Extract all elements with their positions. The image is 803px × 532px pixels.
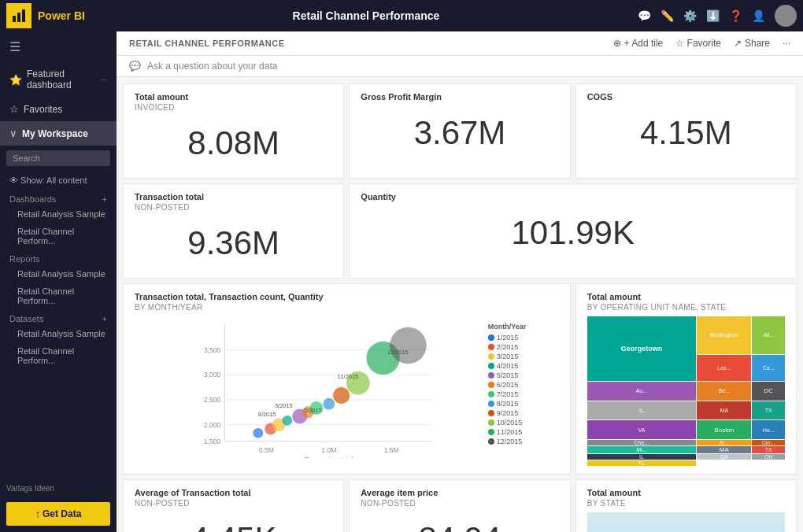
hamburger-menu[interactable]: ☰: [0, 31, 117, 62]
sidebar: ☰ ⭐ Featured dashboard ··· ☆ Favorites ∨…: [0, 31, 117, 532]
kpi-gross-profit[interactable]: Gross Profit Margin 3.67M: [349, 83, 570, 179]
svg-text:5/2015: 5/2015: [304, 407, 322, 414]
add-tile-button[interactable]: ⊕ + Add tile: [613, 38, 664, 49]
add-tile-icon: ⊕: [613, 38, 621, 49]
qa-bar: 💬 Ask a question about your data: [117, 56, 803, 77]
add-dataset-icon[interactable]: +: [102, 314, 107, 323]
svg-text:Transaction total: Transaction total: [305, 456, 353, 458]
treemap: Georgetown Burlington All... Los... Ca..…: [587, 316, 785, 466]
app-name: Power BI: [38, 9, 85, 22]
kpi-cogs[interactable]: COGS 4.15M: [575, 83, 797, 179]
varlags-ideen[interactable]: Varlags Ideen: [0, 481, 117, 496]
toolbar: RETAIL CHANNEL PERFORMANCE ⊕ + Add tile …: [117, 31, 803, 56]
search-input[interactable]: [6, 150, 110, 166]
datasets-section: Datasets +: [0, 309, 117, 325]
sidebar-item-workspace[interactable]: ∨ My Workspace: [0, 121, 117, 146]
kpi-value: 84.94: [361, 512, 558, 532]
svg-text:3,000: 3,000: [204, 371, 220, 379]
kpi-title: Quantity: [361, 192, 785, 201]
svg-rect-1: [17, 13, 20, 22]
dashboard-grid: Total amount INVOICED 8.08M Gross Profit…: [117, 77, 803, 532]
svg-text:12/2015: 12/2015: [387, 349, 409, 356]
kpi-value: 4.15M: [587, 106, 785, 160]
map-area: UNITED STATES MEXICO Gulf of Mexico Sorg…: [587, 512, 785, 532]
sidebar-item-featured[interactable]: ⭐ Featured dashboard ···: [0, 62, 117, 97]
svg-text:3/2015: 3/2015: [275, 402, 293, 409]
more-icon[interactable]: ···: [101, 76, 107, 84]
qa-placeholder[interactable]: Ask a question about your data: [147, 61, 790, 72]
avg-item-price-card[interactable]: Average item price NON-POSTED 84.94: [349, 479, 570, 532]
chart-title: Total amount: [587, 292, 785, 301]
sidebar-item-datasets-channel[interactable]: Retail Channel Perform...: [0, 342, 117, 369]
svg-point-29: [390, 327, 427, 364]
favorite-button[interactable]: ☆ Favorite: [675, 38, 721, 49]
star-icon: ⭐: [9, 74, 22, 86]
toolbar-actions: ⊕ + Add tile ☆ Favorite ↗ Share ···: [613, 38, 790, 49]
toolbar-title: RETAIL CHANNEL PERFORMANCE: [129, 39, 285, 48]
sidebar-item-reports-channel[interactable]: Retail Channel Perform...: [0, 283, 117, 309]
chat-icon[interactable]: 💬: [638, 9, 651, 22]
kpi-value: 101.99K: [361, 206, 785, 260]
svg-text:0.5M: 0.5M: [259, 446, 274, 454]
svg-text:3,500: 3,500: [204, 346, 220, 354]
avg-transaction-card[interactable]: Average of Transaction total NON-POSTED …: [123, 479, 344, 532]
main-content: RETAIL CHANNEL PERFORMANCE ⊕ + Add tile …: [117, 31, 803, 532]
sidebar-item-reports-retail[interactable]: Retail Analysis Sample: [0, 265, 117, 283]
sidebar-item-favorites[interactable]: ☆ Favorites: [0, 97, 117, 121]
settings-icon[interactable]: ⚙️: [683, 9, 697, 22]
favorites-icon: ☆: [9, 103, 19, 115]
kpi-value: 9.36M: [135, 216, 332, 270]
topbar-icons: 💬 ✏️ ⚙️ ⬇️ ❓ 👤: [638, 5, 797, 27]
bubble-chart-svg: 3,500 3,000 2,500 2,000 1,500 0.5M 1.0M …: [135, 316, 482, 458]
workspace-icon: ∨: [9, 127, 17, 139]
kpi-transaction-total[interactable]: Transaction total NON-POSTED 9.36M: [123, 183, 344, 279]
sidebar-item-retail-analysis[interactable]: Retail Analysis Sample: [0, 205, 117, 223]
kpi-value: 8.08M: [135, 116, 332, 170]
get-data-button[interactable]: ↑ Get Data: [6, 502, 110, 526]
kpi-value: 3.67M: [361, 106, 558, 160]
kpi-subtitle: NON-POSTED: [135, 203, 332, 212]
svg-text:1.0M: 1.0M: [321, 446, 336, 454]
svg-text:2,000: 2,000: [204, 421, 220, 429]
chart-title: Average item price: [361, 488, 558, 497]
help-icon[interactable]: ❓: [729, 9, 742, 22]
pencil-icon[interactable]: ✏️: [661, 9, 674, 22]
kpi-subtitle: INVOICED: [135, 103, 332, 112]
chart-subtitle: BY MONTH/YEAR: [135, 303, 559, 312]
show-label: 👁 Show: All content: [0, 171, 117, 190]
transaction-chart-card[interactable]: Transaction total, Transaction count, Qu…: [123, 283, 571, 475]
kpi-title: Total amount: [135, 92, 332, 102]
eye-icon: 👁: [9, 175, 18, 185]
map-card[interactable]: Total amount BY STATE: [575, 479, 797, 532]
chart-subtitle: BY OPERATING UNIT NAME, STATE: [587, 303, 785, 312]
chart-subtitle: NON-POSTED: [135, 499, 332, 508]
page-title: Retail Channel Performance: [94, 9, 638, 22]
get-data-icon: ↑: [35, 508, 40, 519]
svg-point-25: [323, 398, 335, 410]
more-options-button[interactable]: ···: [783, 38, 790, 49]
kpi-total-amount[interactable]: Total amount INVOICED 8.08M: [123, 83, 344, 179]
svg-point-26: [333, 387, 350, 404]
svg-text:8/2015: 8/2015: [258, 411, 276, 418]
download-icon[interactable]: ⬇️: [706, 9, 720, 22]
dashboards-section: Dashboards +: [0, 190, 117, 205]
svg-rect-35: [587, 523, 785, 532]
kpi-title: Gross Profit Margin: [361, 92, 558, 102]
avatar[interactable]: [775, 5, 797, 27]
share-icon: ↗: [734, 38, 742, 49]
svg-rect-2: [22, 9, 25, 22]
reports-section: Reports: [0, 249, 117, 265]
map-svg: UNITED STATES MEXICO Gulf of Mexico Sorg…: [587, 512, 785, 532]
kpi-title: COGS: [587, 92, 785, 102]
user-icon[interactable]: 👤: [752, 9, 765, 22]
sidebar-item-retail-channel[interactable]: Retail Channel Perform...: [0, 223, 117, 249]
svg-point-21: [283, 416, 293, 426]
kpi-title: Transaction total: [135, 192, 332, 201]
svg-rect-0: [13, 16, 16, 22]
sidebar-item-datasets-retail[interactable]: Retail Analysis Sample: [0, 325, 117, 342]
share-button[interactable]: ↗ Share: [734, 38, 770, 49]
svg-text:2,500: 2,500: [204, 396, 220, 404]
kpi-quantity[interactable]: Quantity 101.99K: [349, 183, 797, 279]
total-amount-treemap-card[interactable]: Total amount BY OPERATING UNIT NAME, STA…: [575, 283, 797, 475]
add-dashboard-icon[interactable]: +: [102, 194, 107, 204]
